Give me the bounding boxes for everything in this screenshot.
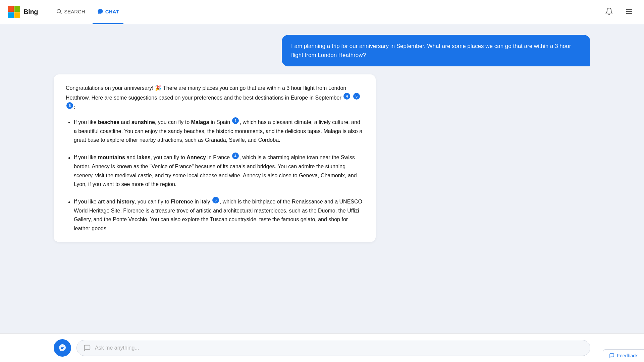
svg-rect-1 [14,6,20,12]
header-right [602,5,636,19]
message-input-icon [84,344,91,352]
svg-line-5 [60,13,62,14]
copilot-icon [58,343,67,353]
citation-4[interactable]: 4 [343,93,350,100]
svg-rect-3 [14,12,20,18]
chat-avatar-button[interactable] [54,339,71,357]
ai-intro: Congratulations on your anniversary! 🎉 T… [66,84,364,112]
ai-suggestions-list: If you like beaches and sunshine, you ca… [66,117,364,233]
citation-6[interactable]: 6 [66,102,73,109]
citation-6b[interactable]: 6 [212,197,219,203]
feedback-label: Feedback [617,353,638,358]
bottom-bar [0,334,644,362]
citation-1[interactable]: 1 [232,117,239,124]
nav-item-chat[interactable]: CHAT [93,0,124,24]
citation-4b[interactable]: 4 [232,153,239,159]
search-icon [56,8,62,14]
ai-response-box: Congratulations on your anniversary! 🎉 T… [54,74,376,242]
feedback-icon [609,353,614,358]
message-input-container[interactable] [76,340,590,356]
svg-point-4 [57,9,61,13]
search-label: SEARCH [64,9,85,14]
svg-rect-0 [8,6,14,12]
ms-logo-icon [8,6,20,18]
header: Bing SEARCH CHAT [0,0,644,24]
chat-icon [97,8,103,14]
logo-area[interactable]: Bing [8,6,38,18]
ai-intro-text: Congratulations on your anniversary! 🎉 T… [66,85,346,101]
hamburger-menu-icon[interactable] [623,5,636,19]
main-content: I am planning a trip for our anniversary… [0,24,644,334]
list-item-florence: If you like art and history, you can fly… [74,197,364,233]
brand-name: Bing [23,8,38,16]
nav-item-search[interactable]: SEARCH [51,0,90,24]
list-item-annecy: If you like mountains and lakes, you can… [74,153,364,189]
user-message-container: I am planning a trip for our anniversary… [54,35,590,66]
chat-label: CHAT [105,9,119,14]
citation-5[interactable]: 5 [353,93,360,100]
user-message-bubble: I am planning a trip for our anniversary… [282,35,590,66]
ask-input[interactable] [95,345,583,351]
list-item-malaga: If you like beaches and sunshine, you ca… [74,117,364,144]
svg-rect-2 [8,12,14,18]
feedback-button[interactable]: Feedback [603,349,644,362]
main-nav: SEARCH CHAT [51,0,123,24]
notification-bell-icon[interactable] [602,5,616,19]
